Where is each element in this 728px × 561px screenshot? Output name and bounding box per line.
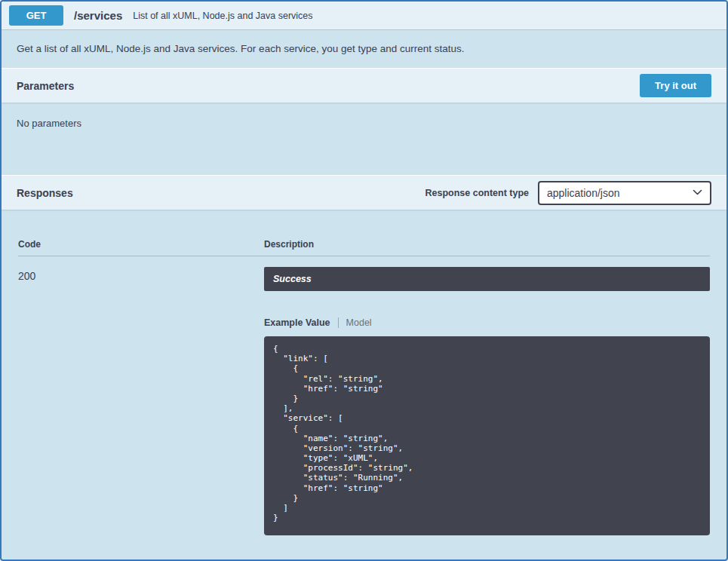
tab-model[interactable]: Model xyxy=(346,317,372,328)
response-content-type-select[interactable]: application/json xyxy=(538,181,711,205)
code-column-header: Code xyxy=(18,239,264,250)
chevron-down-icon xyxy=(693,189,702,196)
response-status-text: Success xyxy=(264,267,710,291)
responses-body: Code Description 200 Success Example Val… xyxy=(2,210,726,552)
response-content-type-wrap: Response content type application/json xyxy=(425,181,711,205)
example-json-block[interactable]: { "link": [ { "rel": "string", "href": "… xyxy=(264,336,710,535)
endpoint-path[interactable]: /services xyxy=(74,9,122,22)
tab-divider xyxy=(338,317,339,328)
description-column-header: Description xyxy=(264,239,710,250)
example-model-tabs: Example Value Model xyxy=(264,317,710,329)
parameters-body: No parameters xyxy=(2,103,726,175)
response-row-200: 200 Success Example Value Model { "link"… xyxy=(18,256,710,535)
response-code: 200 xyxy=(18,267,264,535)
endpoint-summary-text: List of all xUML, Node.js and Java servi… xyxy=(133,11,312,21)
endpoint-description: Get a list of all xUML, Node.js and Java… xyxy=(17,43,711,54)
parameters-section-header: Parameters Try it out xyxy=(2,68,726,103)
responses-table-header: Code Description xyxy=(18,228,710,256)
responses-title: Responses xyxy=(17,187,73,199)
response-content-type-value: application/json xyxy=(547,187,620,199)
responses-section-header: Responses Response content type applicat… xyxy=(2,175,726,210)
opblock-get-services: GET /services List of all xUML, Node.js … xyxy=(0,0,728,561)
tab-example-value[interactable]: Example Value xyxy=(264,317,330,328)
try-it-out-button[interactable]: Try it out xyxy=(640,74,711,97)
endpoint-summary-bar[interactable]: GET /services List of all xUML, Node.js … xyxy=(2,2,726,30)
parameters-title: Parameters xyxy=(17,80,74,92)
endpoint-description-section: Get a list of all xUML, Node.js and Java… xyxy=(2,30,726,68)
response-content-type-label: Response content type xyxy=(425,188,529,198)
http-method-badge: GET xyxy=(9,5,63,26)
response-description-cell: Success Example Value Model { "link": [ … xyxy=(264,267,710,535)
no-parameters-text: No parameters xyxy=(17,118,81,129)
